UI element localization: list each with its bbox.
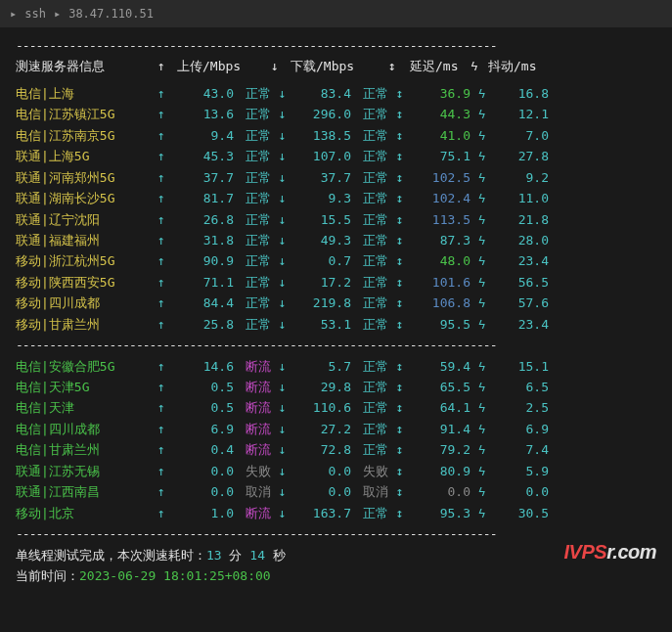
cell-jitter: 23.4 — [488, 314, 549, 335]
arrow-updown-icon: ↕ — [388, 56, 410, 76]
cell-upload-status: 正常 — [234, 146, 271, 166]
table-row: 联通|江西南昌↑0.0取消 ↓0.0取消 ↕0.0 ϟ0.0 — [16, 481, 656, 502]
cell-jitter: 57.6 — [488, 293, 549, 313]
cell-upload: 6.9 — [177, 419, 234, 439]
cell-latency: 48.0 — [410, 250, 470, 271]
cell-upload-status: 正常 — [234, 293, 271, 313]
table-row: 移动|甘肃兰州↑25.8正常 ↓53.1正常 ↕95.5 ϟ23.4 — [16, 314, 656, 335]
cell-latency: 65.5 — [410, 377, 470, 397]
arrow-down-icon: ↓ — [271, 461, 291, 481]
divider: ----------------------------------------… — [16, 523, 656, 544]
cell-upload: 25.8 — [177, 314, 234, 335]
table-row: 联通|辽宁沈阳↑26.8正常 ↓15.5正常 ↕113.5 ϟ21.8 — [16, 209, 656, 230]
cell-server: 电信|江苏镇江5G — [16, 104, 157, 124]
table-row: 电信|天津↑0.5断流 ↓110.6正常 ↕64.1 ϟ2.5 — [16, 397, 656, 418]
arrow-updown-icon: ↕ — [388, 209, 410, 230]
arrow-up-icon: ↑ — [157, 293, 177, 313]
cell-jitter: 7.4 — [488, 439, 549, 460]
cell-download-status: 正常 — [351, 104, 388, 124]
cell-download: 0.7 — [291, 250, 351, 271]
cell-download: 53.1 — [291, 314, 351, 335]
cell-upload: 0.5 — [177, 397, 234, 418]
bolt-icon: ϟ — [470, 272, 488, 293]
arrow-updown-icon: ↕ — [388, 125, 410, 146]
cell-latency: 102.4 — [410, 188, 470, 208]
arrow-up-icon: ↑ — [157, 56, 177, 76]
cell-jitter: 11.0 — [488, 188, 549, 208]
bolt-icon: ϟ — [470, 397, 488, 418]
cell-download: 17.2 — [291, 272, 351, 293]
table-row: 电信|上海↑43.0正常 ↓83.4正常 ↕36.9 ϟ16.8 — [16, 83, 656, 104]
bolt-icon: ϟ — [470, 56, 488, 76]
cell-download-status: 正常 — [351, 209, 388, 230]
cell-download-status: 正常 — [351, 146, 388, 166]
bolt-icon: ϟ — [470, 209, 488, 230]
cell-latency: 113.5 — [410, 209, 470, 230]
cell-upload-status: 断流 — [234, 356, 271, 377]
cell-download-status: 正常 — [351, 397, 388, 418]
cell-upload: 9.4 — [177, 125, 234, 146]
cell-latency: 41.0 — [410, 125, 470, 146]
cell-latency: 64.1 — [410, 397, 470, 418]
arrow-updown-icon: ↕ — [388, 272, 410, 293]
arrow-updown-icon: ↕ — [388, 397, 410, 418]
cell-jitter: 27.8 — [488, 146, 549, 166]
cell-server: 移动|北京 — [16, 503, 157, 523]
arrow-up-icon: ↑ — [157, 314, 177, 335]
table-row: 联通|江苏无锡↑0.0失败 ↓0.0失败 ↕80.9 ϟ5.9 — [16, 461, 656, 481]
bolt-icon: ϟ — [470, 356, 488, 377]
arrow-down-icon: ↓ — [271, 125, 291, 146]
arrow-down-icon: ↓ — [271, 481, 291, 502]
cell-download-status: 正常 — [351, 293, 388, 313]
cell-download: 29.8 — [291, 377, 351, 397]
arrow-down-icon: ↓ — [271, 104, 291, 124]
cell-upload: 31.8 — [177, 230, 234, 250]
cell-latency: 95.3 — [410, 503, 470, 523]
cell-latency: 36.9 — [410, 83, 470, 104]
prompt-icon: ▸ — [10, 7, 17, 21]
cell-upload-status: 正常 — [234, 272, 271, 293]
cell-download-status: 正常 — [351, 230, 388, 250]
footer-line-2: 当前时间： 2023-06-29 18:01:25+08:00 — [16, 565, 656, 586]
arrow-up-icon: ↑ — [157, 83, 177, 104]
cell-upload: 13.6 — [177, 104, 234, 124]
cell-download-status: 正常 — [351, 377, 388, 397]
arrow-updown-icon: ↕ — [388, 314, 410, 335]
cell-jitter: 2.5 — [488, 397, 549, 418]
arrow-up-icon: ↑ — [157, 250, 177, 271]
hdr-latency: 延迟/ms — [410, 56, 470, 76]
cell-download-status: 正常 — [351, 188, 388, 208]
arrow-up-icon: ↑ — [157, 397, 177, 418]
table-body-issues: 电信|安徽合肥5G↑14.6断流 ↓5.7正常 ↕59.4 ϟ15.1电信|天津… — [16, 356, 656, 524]
arrow-down-icon: ↓ — [271, 439, 291, 460]
cell-upload: 26.8 — [177, 209, 234, 230]
table-body-normal: 电信|上海↑43.0正常 ↓83.4正常 ↕36.9 ϟ16.8电信|江苏镇江5… — [16, 83, 656, 335]
bolt-icon: ϟ — [470, 104, 488, 124]
cell-latency: 75.1 — [410, 146, 470, 166]
table-row: 移动|四川成都↑84.4正常 ↓219.8正常 ↕106.8 ϟ57.6 — [16, 293, 656, 313]
cell-server: 电信|上海 — [16, 83, 157, 104]
cell-server: 电信|天津 — [16, 397, 157, 418]
cell-latency: 106.8 — [410, 293, 470, 313]
cell-server: 电信|天津5G — [16, 377, 157, 397]
cell-upload-status: 断流 — [234, 377, 271, 397]
arrow-down-icon: ↓ — [271, 314, 291, 335]
cell-latency: 79.2 — [410, 439, 470, 460]
arrow-up-icon: ↑ — [157, 146, 177, 166]
cell-download-status: 正常 — [351, 439, 388, 460]
cell-upload: 90.9 — [177, 250, 234, 271]
bolt-icon: ϟ — [470, 461, 488, 481]
arrow-updown-icon: ↕ — [388, 83, 410, 104]
cell-upload-status: 失败 — [234, 461, 271, 481]
cell-upload: 84.4 — [177, 293, 234, 313]
cell-download-status: 正常 — [351, 125, 388, 146]
hdr-jitter: 抖动/ms — [488, 56, 549, 76]
cell-upload: 71.1 — [177, 272, 234, 293]
cell-latency: 59.4 — [410, 356, 470, 377]
arrow-down-icon: ↓ — [271, 272, 291, 293]
arrow-down-icon: ↓ — [271, 230, 291, 250]
cell-upload-status: 取消 — [234, 481, 271, 502]
arrow-updown-icon: ↕ — [388, 377, 410, 397]
arrow-down-icon: ↓ — [271, 188, 291, 208]
table-header: 测速服务器信息 ↑ 上传/Mbps ↓ 下载/Mbps ↕ 延迟/ms ϟ 抖动… — [16, 56, 656, 76]
